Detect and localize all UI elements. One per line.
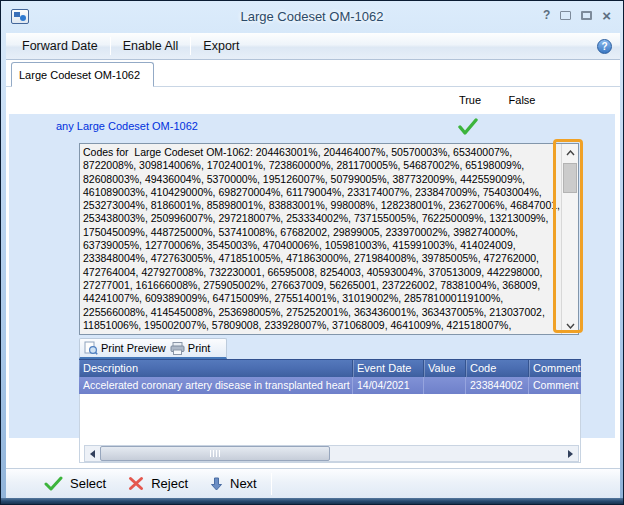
reject-button[interactable]: Reject — [128, 476, 188, 491]
column-header-value[interactable]: Value — [424, 360, 466, 377]
code-line: 63739005%, 12770006%, 3545003%, 47040006… — [83, 239, 558, 252]
code-line: 175045009%, 448725000%, 53741008%, 67682… — [83, 226, 558, 239]
export-button[interactable]: Export — [193, 35, 249, 57]
reject-label: Reject — [151, 476, 188, 491]
code-line: Codes for Large Codeset OM-1062: 2044630… — [83, 146, 558, 159]
help-icon[interactable]: ? — [597, 39, 612, 54]
select-label: Select — [70, 476, 106, 491]
column-header-event-date[interactable]: Event Date — [353, 360, 424, 377]
code-line: 27277001, 161666008%, 275905002%, 276637… — [83, 279, 558, 292]
code-line: 233848004%, 472763005%, 471851005%, 4718… — [83, 252, 558, 265]
tab-label: Large Codeset OM-1062 — [19, 69, 140, 81]
code-line: 225566008%, 414545008%, 253698005%, 2752… — [83, 306, 558, 319]
main-toolbar: Forward Date Enable All Export ? — [6, 33, 620, 60]
print-preview-button[interactable]: Print Preview — [84, 341, 166, 355]
select-check-icon — [44, 476, 63, 492]
code-line: 82608003%, 49436004%, 5370000%, 19512600… — [83, 173, 558, 186]
code-line: 11851006%, 195002007%, 57809008, 2339280… — [83, 319, 558, 332]
window-title: Large Codeset OM-1062 — [1, 9, 623, 24]
cell-event-date: 14/04/2021 — [353, 377, 424, 394]
titlebar-help-icon[interactable]: ? — [543, 8, 550, 22]
select-button[interactable]: Select — [44, 476, 106, 492]
criteria-row-label: any Large Codeset OM-1062 — [56, 120, 198, 132]
cell-description: Accelerated coronary artery disease in t… — [79, 377, 353, 394]
code-line: 472764004, 427927008%, 732230001, 665950… — [83, 266, 558, 279]
code-line: 8722008%, 309814006%, 17024001%, 7238600… — [83, 159, 558, 172]
toolbar-separator — [110, 37, 111, 55]
print-preview-icon — [84, 341, 98, 355]
toolbar-separator — [190, 37, 191, 55]
code-line: 253438003%, 250996007%, 297218007%, 2533… — [83, 212, 558, 225]
print-icon — [170, 342, 185, 355]
code-line: 44241007%, 609389009%, 64715009%, 275514… — [83, 292, 558, 305]
tab-large-codeset[interactable]: Large Codeset OM-1062 — [11, 62, 154, 87]
scroll-right-icon[interactable] — [563, 446, 578, 461]
forward-date-button[interactable]: Forward Date — [12, 35, 108, 57]
table-horizontal-scrollbar[interactable] — [84, 445, 579, 462]
table-row-selected[interactable]: Accelerated coronary artery disease in t… — [79, 377, 581, 394]
print-label: Print — [188, 342, 211, 354]
fullscreen-icon[interactable] — [560, 11, 571, 20]
next-label: Next — [230, 476, 257, 491]
false-column-header: False — [500, 94, 544, 106]
column-header-description[interactable]: Description — [79, 360, 353, 377]
scrollbar-highlight-ring — [553, 139, 583, 333]
h-scrollbar-thumb[interactable] — [100, 446, 330, 461]
reject-x-icon — [128, 476, 144, 491]
true-check-icon[interactable] — [457, 118, 479, 136]
cell-code: 233844002 — [466, 377, 529, 394]
dialog-window: Large Codeset OM-1062 ? × Forward Date E… — [0, 0, 624, 505]
column-header-code[interactable]: Code — [466, 360, 529, 377]
scroll-left-icon[interactable] — [85, 446, 100, 461]
maximize-icon[interactable] — [581, 11, 592, 20]
footer-toolbar: Select Reject Next — [6, 468, 620, 498]
close-icon[interactable]: × — [602, 10, 611, 21]
cell-value — [424, 377, 466, 394]
column-header-comments[interactable]: Comments — [529, 360, 581, 377]
print-preview-label: Print Preview — [101, 342, 166, 354]
print-button[interactable]: Print — [170, 342, 211, 355]
true-column-header: True — [449, 94, 491, 106]
print-toolbar: Print Preview Print — [79, 338, 227, 359]
window-controls: ? × — [543, 8, 611, 22]
results-table-header: Description Event Date Value Code Commen… — [79, 359, 581, 377]
footer-separator — [271, 473, 272, 495]
codes-textbox[interactable]: Codes for Large Codeset OM-1062: 2044630… — [79, 143, 579, 335]
next-button[interactable]: Next — [210, 476, 257, 491]
window-bottom-frame — [1, 498, 624, 505]
enable-all-button[interactable]: Enable All — [113, 35, 189, 57]
next-down-arrow-icon — [210, 477, 223, 491]
code-line: 461089003%, 410429000%, 698270004%, 6117… — [83, 186, 558, 199]
cell-comments: Comment 1 — [529, 377, 581, 394]
code-line: 253273004%, 8186001%, 85898001%, 8388300… — [83, 199, 558, 212]
